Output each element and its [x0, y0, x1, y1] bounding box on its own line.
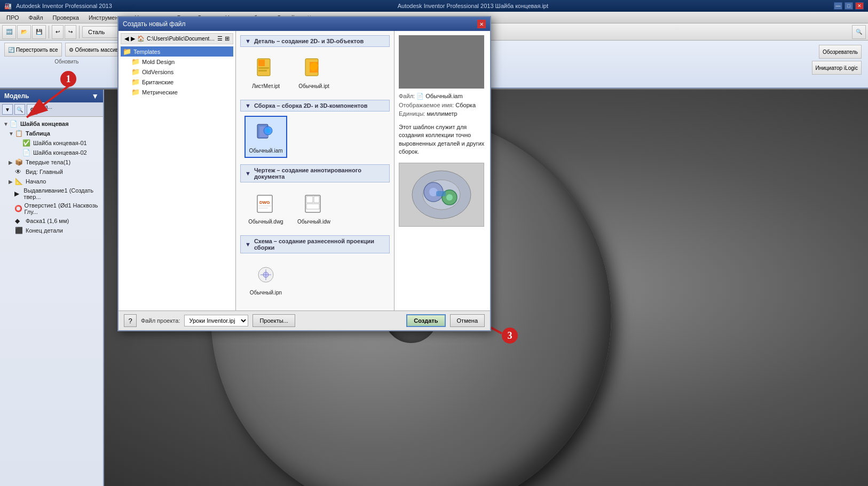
- panel-toolbar: ▼ 🔍 ⚙ Па...: [0, 102, 103, 117]
- path-back-icon: ◀: [124, 35, 129, 42]
- toolbar-undo[interactable]: ↩: [52, 25, 64, 39]
- info-units-label: Единицы:: [399, 110, 425, 117]
- dialog-templates-area: ▼ Деталь – создание 2D- и 3D-объектов: [236, 31, 394, 310]
- tree-item-1[interactable]: ▼ 📋 Таблица: [1, 129, 102, 138]
- tree-item-0[interactable]: ▼ 📄 Шайба концевая: [1, 119, 102, 129]
- update-mass-icon: ⚙: [69, 47, 74, 53]
- dialog-bottom-bar: ? Файл проекта: Уроки Inventor.ipj Проек…: [119, 310, 490, 330]
- ribbon-update-all[interactable]: 🔄 Перестроить все: [4, 43, 62, 57]
- dialog-title: Создать новый файл: [123, 20, 186, 28]
- folder-british[interactable]: 📁 Британские: [121, 77, 233, 87]
- menu-file[interactable]: Файл: [25, 13, 48, 22]
- tree-label-9: Фаска1 (1,6 мм): [26, 218, 69, 224]
- section-label-3: Схема – создание разнесенной проекции сб…: [254, 238, 385, 251]
- template-obychny-idw-label: Обычный.idw: [297, 219, 330, 225]
- panel-title: Модель: [4, 92, 29, 100]
- menu-pro[interactable]: ПРО: [2, 13, 23, 22]
- tree-label-10: Конец детали: [26, 227, 63, 234]
- folder-mold-design[interactable]: 📁 Mold Design: [121, 57, 233, 67]
- section-items-2: DWG Обычный.dwg: [240, 187, 390, 229]
- toolbar-open[interactable]: 📂: [17, 25, 31, 39]
- toolbar-sep1: [49, 26, 49, 38]
- tree-item-8[interactable]: ⭕ Отверстие1 (Ød1 Насквозь Глу...: [1, 201, 102, 216]
- tree-label-8: Отверстие1 (Ød1 Насквозь Глу...: [25, 202, 100, 215]
- search-btn[interactable]: 🔍: [852, 25, 866, 39]
- template-obychny-idw[interactable]: Обычный.idw: [293, 187, 335, 229]
- toolbar-new[interactable]: 🆕: [2, 25, 16, 39]
- toolbar-redo[interactable]: ↪: [65, 25, 76, 39]
- ribbon-initiator-ilogic[interactable]: Инициатор iLogic: [812, 61, 862, 75]
- panel-settings-btn[interactable]: ⚙: [27, 104, 37, 115]
- template-obychny-ipt[interactable]: Обычный.ipt: [293, 51, 335, 93]
- path-up-icon: 🏠: [137, 35, 145, 42]
- folder-templates[interactable]: 📁 Templates: [121, 46, 233, 57]
- tree-item-5[interactable]: 👁 Вид: Главный: [1, 167, 102, 177]
- section-header-3[interactable]: ▼ Схема – создание разнесенной проекции …: [240, 235, 390, 253]
- path-text: C:\Users\Public\Documents\Autodesk\Inven…: [147, 36, 215, 42]
- info-display-name-label: Отображаемое имя:: [399, 102, 454, 108]
- panel-search-btn[interactable]: 🔍: [14, 104, 25, 115]
- maximize-button[interactable]: □: [845, 2, 853, 10]
- info-panel: Файл: 📄 Обычный.iam Отображаемое имя: Сб…: [394, 31, 490, 310]
- template-obychny-dwg[interactable]: DWG Обычный.dwg: [244, 187, 287, 229]
- dialog-help-button[interactable]: ?: [124, 314, 137, 327]
- tree-icon-8: ⭕: [14, 205, 22, 212]
- tree-item-7[interactable]: ▶ Выдавливание1 (Создать твер...: [1, 186, 102, 201]
- section-arrow-2: ▼: [245, 170, 251, 177]
- panel-menu-btn[interactable]: ▼: [91, 92, 99, 100]
- section-label-1: Сборка – сборка 2D- и 3D-компонентов: [254, 102, 368, 109]
- section-header-2[interactable]: ▼ Чертеж – создание аннотированного доку…: [240, 164, 390, 182]
- projects-button[interactable]: Проекты...: [252, 314, 295, 327]
- tree-area: ▼ 📄 Шайба концевая ▼ 📋 Таблица ✅ Шайба к…: [0, 117, 103, 486]
- folder-old-versions[interactable]: 📁 OldVersions: [121, 67, 233, 77]
- folder-metric[interactable]: 📁 Метрические: [121, 87, 233, 97]
- expand-1: ▼: [9, 131, 14, 137]
- template-listmet-ipt[interactable]: ЛистМет.ipt: [244, 51, 287, 93]
- tree-label-3: Шайба концевая-02: [33, 149, 87, 156]
- svg-rect-1: [258, 60, 265, 66]
- ribbon-obozrevatel[interactable]: Обозреватель: [819, 45, 862, 59]
- tree-item-10[interactable]: ⬛ Конец детали: [1, 226, 102, 235]
- dialog-path-bar: ◀ ▶ 🏠 C:\Users\Public\Documents\Autodesk…: [121, 33, 233, 44]
- folder-old-versions-icon: 📁: [131, 68, 140, 76]
- info-description: Этот шаблон служит для создания коллекци…: [399, 123, 486, 156]
- tree-icon-2: ✅: [22, 139, 31, 147]
- panel-filter-btn[interactable]: ▼: [2, 104, 13, 115]
- section-header-0[interactable]: ▼ Деталь – создание 2D- и 3D-объектов: [240, 35, 390, 47]
- tree-icon-5: 👁: [15, 168, 23, 176]
- toolbar-save[interactable]: 💾: [32, 25, 46, 39]
- section-header-1[interactable]: ▼ Сборка – сборка 2D- и 3D-компонентов: [240, 100, 390, 111]
- close-button[interactable]: ✕: [855, 2, 864, 10]
- tree-item-3[interactable]: 📄 Шайба концевая-02: [1, 148, 102, 157]
- tree-item-4[interactable]: ▶ 📦 Твердые тела(1): [1, 157, 102, 167]
- menu-check[interactable]: Проверка: [49, 13, 83, 22]
- tree-icon-4: 📦: [15, 158, 23, 166]
- expand-0: ▼: [3, 121, 9, 127]
- dialog-close-button[interactable]: ✕: [477, 20, 486, 28]
- folder-tree: 📁 Templates 📁 Mold Design 📁 OldVersions …: [121, 46, 233, 97]
- folder-metric-icon: 📁: [131, 88, 140, 96]
- template-obychny-idw-icon: [301, 191, 327, 217]
- folder-british-label: Британские: [142, 79, 173, 85]
- title-bar-controls: — □ ✕: [834, 2, 864, 10]
- section-items-3: Обычный.ipn: [240, 258, 390, 300]
- section-label-2: Чертеж – создание аннотированного докуме…: [254, 167, 385, 180]
- cancel-button[interactable]: Отмена: [450, 314, 485, 327]
- folder-old-versions-label: OldVersions: [142, 69, 173, 75]
- tree-item-6[interactable]: ▶ 📐 Начало: [1, 177, 102, 186]
- project-file-select[interactable]: Уроки Inventor.ipj: [184, 315, 248, 326]
- create-button[interactable]: Создать: [406, 314, 445, 327]
- template-listmet-label: ЛистМет.ipt: [252, 83, 280, 89]
- template-obychny-ipn[interactable]: Обычный.ipn: [244, 258, 287, 300]
- section-arrow-0: ▼: [245, 38, 251, 44]
- template-obychny-iam-icon: [253, 120, 279, 146]
- tree-icon-7: ▶: [14, 190, 22, 197]
- title-bar: 🏭 Autodesk Inventor Professional 2013 Au…: [0, 0, 868, 12]
- tree-item-9[interactable]: ◆ Фаска1 (1,6 мм): [1, 216, 102, 226]
- minimize-button[interactable]: —: [834, 2, 842, 10]
- folder-templates-label: Templates: [133, 49, 160, 55]
- tree-label-6: Начало: [26, 178, 46, 185]
- template-obychny-iam[interactable]: Обычный.iam: [244, 116, 287, 158]
- tree-item-2[interactable]: ✅ Шайба концевая-01: [1, 138, 102, 148]
- svg-rect-3: [258, 70, 267, 71]
